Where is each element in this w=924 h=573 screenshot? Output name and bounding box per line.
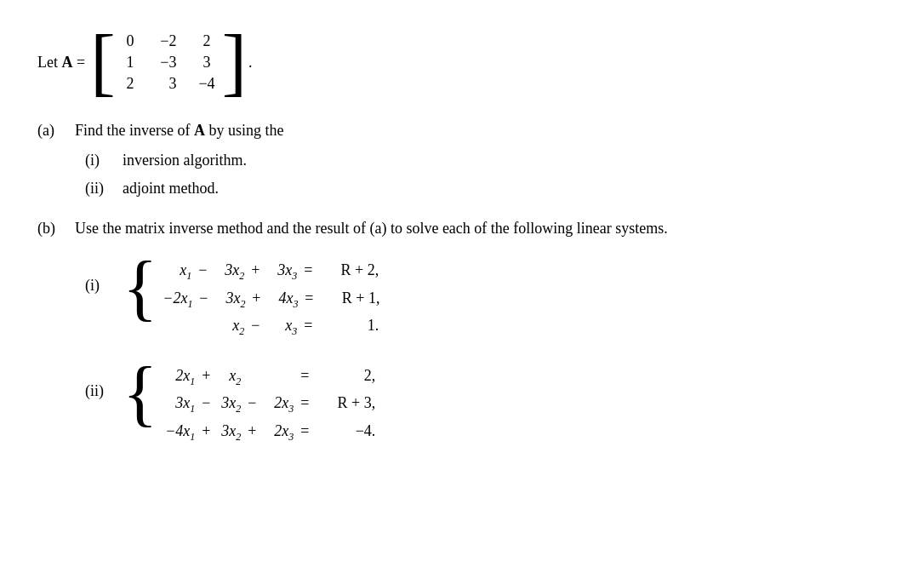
- system-ii-equations: 2x1 + x2 = 2, 3x1 − 3x2 − 2x3 = R + 3,: [163, 360, 375, 444]
- eq-ii-2-op1: −: [195, 394, 217, 412]
- part-a-text: Find the inverse of A by using the: [75, 122, 283, 140]
- part-a-ii-label: (ii): [85, 180, 123, 198]
- eq-ii-3-eq: =: [294, 422, 316, 440]
- part-b: (b) Use the matrix inverse method and th…: [37, 220, 887, 238]
- eq-i-2: −2x1 − 3x2 + 4x3 = R + 1,: [163, 289, 379, 311]
- cell-10: 1: [122, 54, 134, 72]
- eq-ii-3-rhs: −4.: [316, 422, 375, 440]
- part-a-ii: (ii) adjoint method.: [37, 180, 887, 198]
- cell-02: 2: [198, 32, 210, 50]
- eq-ii-3-op1: +: [195, 422, 217, 440]
- part-b-text: Use the matrix inverse method and the re…: [75, 220, 668, 238]
- cell-20: 2: [122, 75, 134, 93]
- eq-i-1-3x2: 3x2: [214, 261, 244, 283]
- eq-ii-2-rhs: R + 3,: [316, 394, 375, 412]
- eq-ii-2-3x2: 3x2: [217, 394, 241, 415]
- matrix-dot: .: [248, 54, 253, 72]
- eq-ii-3-op2: +: [241, 422, 263, 440]
- eq-ii-2: 3x1 − 3x2 − 2x3 = R + 3,: [163, 394, 375, 415]
- part-b-label: (b): [37, 220, 75, 238]
- matrix-section: Let A = [ 0 −2 2 1 −3 3 2 3 −4 ] .: [37, 29, 887, 96]
- eq-ii-3-3x2: 3x2: [217, 422, 241, 444]
- let-a-label: Let A =: [37, 54, 85, 72]
- eq-i-2-3x2: 3x2: [214, 289, 245, 311]
- eq-i-1: x1 − 3x2 + 3x3 = R + 2,: [163, 261, 379, 283]
- eq-i-2-rhs: R + 1,: [320, 289, 379, 307]
- eq-i-3: x2 − x3 = 1.: [163, 317, 379, 338]
- brace-i: {: [123, 251, 157, 323]
- part-a-ii-text: adjoint method.: [123, 180, 219, 198]
- left-bracket: [: [90, 31, 115, 95]
- part-b-i: (i) { x1 − 3x2 + 3x3 = R + 2, −2x1 − 3x2…: [37, 255, 887, 338]
- eq-ii-2-op2: −: [241, 394, 263, 412]
- part-a-i-label: (i): [85, 152, 123, 169]
- part-a-bold-A: A: [194, 122, 205, 139]
- eq-i-2-neg2x1: −2x1: [163, 289, 192, 311]
- matrix-a-bold: A: [62, 54, 73, 71]
- part-a-i: (i) inversion algorithm.: [37, 152, 887, 169]
- matrix-row-2: 2 3 −4: [122, 75, 214, 93]
- eq-ii-1: 2x1 + x2 = 2,: [163, 367, 375, 388]
- eq-i-2-op1: −: [192, 289, 214, 307]
- part-a-label: (a): [37, 122, 75, 140]
- eq-i-2-op2: +: [245, 289, 267, 307]
- part-b-ii-label: (ii): [85, 360, 123, 400]
- eq-i-1-x1: x1: [163, 261, 191, 283]
- cell-21: 3: [156, 75, 176, 93]
- eq-ii-1-rhs: 2,: [316, 367, 375, 385]
- eq-i-1-eq: =: [297, 261, 319, 279]
- matrix-row-1: 1 −3 3: [122, 54, 214, 72]
- eq-ii-1-op1: +: [195, 367, 217, 385]
- eq-ii-2-eq: =: [294, 394, 316, 412]
- cell-11: −3: [156, 54, 176, 72]
- eq-i-3-rhs: 1.: [319, 317, 379, 335]
- cell-22: −4: [198, 75, 214, 93]
- eq-i-3-x3: x3: [266, 317, 297, 338]
- eq-ii-2-3x1: 3x1: [163, 394, 195, 415]
- system-i-equations: x1 − 3x2 + 3x3 = R + 2, −2x1 − 3x2 + 4x3…: [163, 255, 379, 338]
- eq-i-1-3x3: 3x3: [266, 261, 297, 283]
- eq-ii-1-eq: =: [294, 367, 316, 385]
- eq-ii-3-2x3: 2x3: [263, 422, 294, 444]
- part-b-i-label: (i): [85, 255, 123, 295]
- eq-ii-1-x2: x2: [217, 367, 241, 388]
- eq-i-3-op2: −: [244, 317, 266, 335]
- cell-01: −2: [156, 32, 176, 50]
- matrix-body: 0 −2 2 1 −3 3 2 3 −4: [115, 29, 221, 96]
- right-bracket: ]: [222, 31, 247, 95]
- eq-ii-2-2x3: 2x3: [263, 394, 294, 415]
- part-a: (a) Find the inverse of A by using the: [37, 122, 887, 140]
- eq-i-1-op2: +: [244, 261, 266, 279]
- eq-ii-3: −4x1 + 3x2 + 2x3 = −4.: [163, 422, 375, 444]
- eq-i-2-eq: =: [298, 289, 320, 307]
- eq-i-3-eq: =: [297, 317, 319, 335]
- matrix-row-0: 0 −2 2: [122, 32, 214, 50]
- eq-i-1-op1: −: [191, 261, 214, 279]
- eq-ii-1-2x1: 2x1: [163, 367, 195, 388]
- eq-i-2-4x3: 4x3: [267, 289, 298, 311]
- part-a-i-text: inversion algorithm.: [123, 152, 247, 169]
- cell-00: 0: [122, 32, 134, 50]
- cell-12: 3: [198, 54, 210, 72]
- eq-ii-3-neg4x1: −4x1: [163, 422, 195, 444]
- eq-i-1-rhs: R + 2,: [319, 261, 379, 279]
- eq-i-3-x2: x2: [214, 317, 244, 338]
- part-b-ii: (ii) { 2x1 + x2 = 2, 3x1 − 3x2 − 2x3: [37, 360, 887, 444]
- brace-ii: {: [123, 357, 157, 428]
